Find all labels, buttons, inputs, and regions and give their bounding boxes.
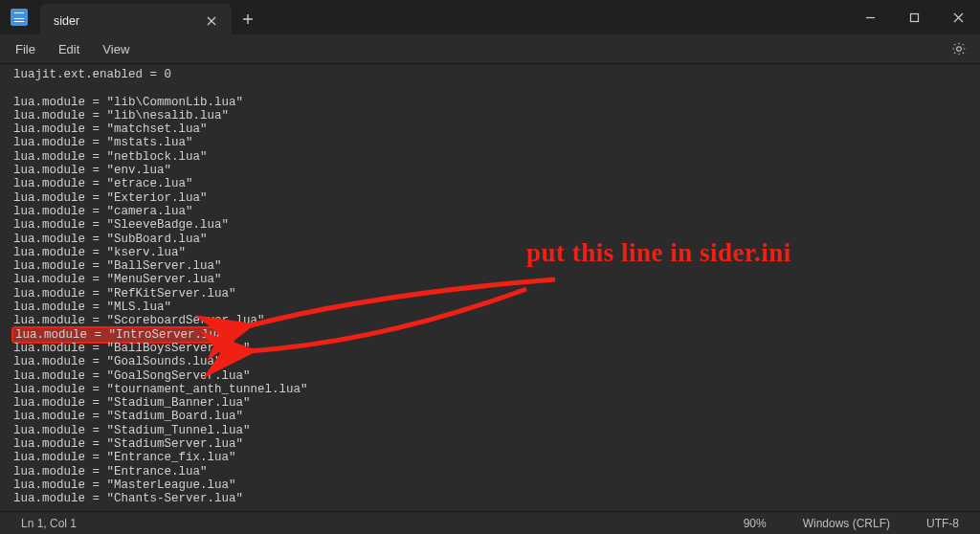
highlighted-line: lua.module = "IntroServer.lua" xyxy=(13,328,233,342)
minimize-icon xyxy=(865,12,876,23)
close-icon xyxy=(953,12,964,23)
editor-line[interactable]: lua.module = "Exterior.lua" xyxy=(13,191,980,205)
editor-line[interactable]: lua.module = "mstats.lua" xyxy=(13,136,980,149)
editor-area[interactable]: luajit.ext.enabled = 0lua.module = "lib\… xyxy=(0,63,980,511)
editor-line[interactable]: lua.module = "Stadium_Banner.lua" xyxy=(13,396,980,410)
menu-file[interactable]: File xyxy=(4,38,47,60)
editor-line[interactable]: lua.module = "IntroServer.lua" xyxy=(13,328,980,342)
status-position[interactable]: Ln 1, Col 1 xyxy=(13,517,84,530)
window-controls xyxy=(848,0,980,34)
editor-line[interactable]: lua.module = "SleeveBadge.lua" xyxy=(13,218,980,232)
editor-line[interactable]: lua.module = "tournament_anth_tunnel.lua… xyxy=(13,383,980,396)
titlebar[interactable]: sider xyxy=(0,0,980,34)
maximize-icon xyxy=(909,12,920,23)
editor-line[interactable]: lua.module = "SubBoard.lua" xyxy=(13,233,980,246)
editor-line[interactable]: lua.module = "RefKitServer.lua" xyxy=(13,287,980,300)
plus-icon xyxy=(242,13,254,25)
editor-line[interactable]: lua.module = "GoalSounds.lua" xyxy=(13,355,980,368)
editor-line[interactable]: lua.module = "kserv.lua" xyxy=(13,246,980,259)
statusbar: Ln 1, Col 1 90% Windows (CRLF) UTF-8 xyxy=(0,511,980,534)
editor-line[interactable]: luajit.ext.enabled = 0 xyxy=(13,68,980,81)
editor-line[interactable]: lua.module = "BallServer.lua" xyxy=(13,259,980,273)
minimize-button[interactable] xyxy=(848,0,892,34)
menu-edit[interactable]: Edit xyxy=(47,38,91,60)
editor-line[interactable]: lua.module = "MLS.lua" xyxy=(13,300,980,314)
app-icon xyxy=(0,0,38,34)
editor-line[interactable]: lua.module = "etrace.lua" xyxy=(13,177,980,190)
editor-line[interactable] xyxy=(13,81,980,95)
close-window-button[interactable] xyxy=(936,0,980,34)
editor-line[interactable]: lua.module = "Stadium_Board.lua" xyxy=(13,410,980,423)
editor-line[interactable]: lua.module = "env.lua" xyxy=(13,164,980,177)
app-window: sider File Edit View xyxy=(0,0,980,534)
editor-line[interactable]: lua.module = "Stadium_Tunnel.lua" xyxy=(13,424,980,437)
editor-line[interactable]: lua.module = "matchset.lua" xyxy=(13,122,980,136)
settings-button[interactable] xyxy=(946,35,972,62)
editor-line[interactable]: lua.module = "ScoreboardServer.lua" xyxy=(13,314,980,327)
status-encoding[interactable]: UTF-8 xyxy=(919,517,967,530)
editor-line[interactable]: lua.module = "camera.lua" xyxy=(13,205,980,218)
status-zoom[interactable]: 90% xyxy=(736,517,774,530)
svg-rect-0 xyxy=(910,13,918,21)
titlebar-drag-area[interactable] xyxy=(264,0,848,34)
menubar: File Edit View xyxy=(0,34,980,63)
editor-line[interactable]: lua.module = "MenuServer.lua" xyxy=(13,273,980,286)
new-tab-button[interactable] xyxy=(232,4,264,34)
editor-line[interactable]: lua.module = "Entrance_fix.lua" xyxy=(13,451,980,464)
editor-line[interactable]: lua.module = "BallBoysServer.lua" xyxy=(13,342,980,355)
status-line-ending[interactable]: Windows (CRLF) xyxy=(795,517,898,530)
close-icon xyxy=(207,16,216,26)
menu-view[interactable]: View xyxy=(91,38,141,60)
tab-sider[interactable]: sider xyxy=(40,4,232,38)
editor-line[interactable]: lua.module = "lib\CommonLib.lua" xyxy=(13,96,980,109)
editor-line[interactable]: lua.module = "Chants-Server.lua" xyxy=(13,492,980,505)
tab-close-button[interactable] xyxy=(203,12,220,30)
editor-line[interactable]: lua.module = "GoalSongServer.lua" xyxy=(13,369,980,383)
tab-title: sider xyxy=(54,14,79,28)
editor-line[interactable]: lua.module = "StadiumServer.lua" xyxy=(13,437,980,451)
editor-line[interactable]: lua.module = "MasterLeague.lua" xyxy=(13,478,980,492)
maximize-button[interactable] xyxy=(892,0,936,34)
editor-line[interactable]: lua.module = "netblock.lua" xyxy=(13,150,980,164)
editor-line[interactable]: lua.module = "lib\nesalib.lua" xyxy=(13,109,980,122)
editor-line[interactable]: lua.module = "Entrance.lua" xyxy=(13,465,980,478)
gear-icon xyxy=(951,41,967,56)
